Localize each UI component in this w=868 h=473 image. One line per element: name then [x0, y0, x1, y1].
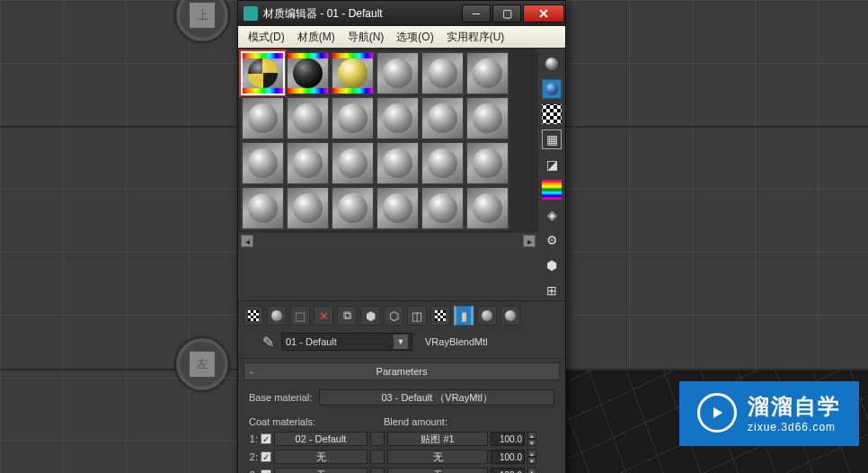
sample-slot[interactable] [376, 141, 420, 185]
base-material-button[interactable]: 03 - Default （VRayMtl） [319, 389, 554, 406]
material-type-button[interactable]: VRayBlendMtl [425, 336, 488, 347]
sample-slot[interactable] [241, 96, 285, 140]
rollout-header[interactable]: - Parameters [244, 362, 560, 380]
sample-slot[interactable] [465, 141, 509, 185]
toolbar: ⬚ ✕ ⧉ ⬢ ⬡ ◫ ▮ [238, 300, 565, 330]
sample-slot[interactable] [331, 96, 375, 140]
material-id-icon[interactable]: ◫ [407, 306, 427, 326]
parameters-rollout: - Parameters Base material: 03 - Default… [238, 358, 565, 473]
sample-slot[interactable] [241, 141, 285, 185]
gradient-icon[interactable] [542, 180, 562, 200]
blend-map-button[interactable]: 无 [387, 468, 488, 473]
sample-slot[interactable] [286, 141, 330, 185]
put-to-scene-icon[interactable] [267, 306, 287, 326]
options-icon[interactable]: ⚙ [542, 230, 562, 250]
coat-enable-checkbox[interactable]: ✓ [261, 433, 271, 444]
sample-slot[interactable] [286, 96, 330, 140]
app-icon [244, 6, 258, 21]
background-icon[interactable] [542, 104, 562, 124]
make-preview-icon[interactable]: ◈ [542, 205, 562, 225]
minimize-button[interactable]: ─ [462, 4, 491, 22]
select-by-material-icon[interactable]: ⬢ [542, 255, 562, 275]
assign-selection-icon[interactable]: ⬚ [290, 306, 310, 326]
delete-icon[interactable]: ✕ [314, 306, 333, 326]
sample-slot[interactable] [241, 186, 285, 230]
sample-slot[interactable] [331, 186, 375, 230]
coat-material-button[interactable]: 02 - Default [274, 432, 368, 446]
coat-row: 2:✓无无100.0▴▾ [247, 449, 556, 465]
coat-enable-checkbox[interactable]: ✓ [261, 451, 271, 462]
row-index: 3: [247, 469, 258, 473]
blend-color-swatch[interactable] [370, 432, 385, 446]
scroll-right-icon[interactable]: ▸ [523, 235, 536, 247]
sample-slot[interactable] [376, 186, 420, 230]
coat-material-button[interactable]: 无 [274, 468, 368, 473]
blend-color-swatch[interactable] [370, 450, 385, 464]
navigator-icon[interactable]: ⊞ [542, 281, 562, 300]
blend-map-button[interactable]: 贴图 #1 [387, 432, 488, 446]
sample-slot[interactable] [331, 141, 375, 185]
backlight-icon[interactable] [542, 79, 562, 99]
menu-mode[interactable]: 模式(D) [242, 26, 291, 48]
side-toolbar: ▦ ◪ ◈ ⚙ ⬢ ⊞ [538, 49, 565, 300]
spinner[interactable]: ▴▾ [527, 468, 536, 473]
sample-slot[interactable] [331, 51, 375, 95]
brand-watermark: 溜溜自学 zixue.3d66.com [679, 381, 859, 446]
go-forward-icon[interactable] [500, 306, 520, 326]
titlebar[interactable]: 材质编辑器 - 01 - Default ─ ▢ [238, 1, 565, 26]
blend-color-swatch[interactable] [370, 468, 385, 473]
row-index: 2: [247, 451, 258, 462]
sample-slot[interactable] [286, 186, 330, 230]
eyedropper-icon[interactable]: ✎ [260, 334, 276, 350]
show-map-icon[interactable] [430, 306, 450, 326]
blend-amount-input[interactable]: 100.0 [491, 468, 525, 473]
sample-slot[interactable] [241, 51, 285, 95]
coat-row: 3:✓无无100.0▴▾ [247, 467, 556, 473]
blend-amount-input[interactable]: 100.0 [491, 432, 525, 446]
coat-enable-checkbox[interactable]: ✓ [261, 469, 271, 473]
sample-slot[interactable] [286, 51, 330, 95]
blend-map-button[interactable]: 无 [387, 450, 488, 464]
sample-slot[interactable] [465, 186, 509, 230]
coat-material-button[interactable]: 无 [274, 450, 368, 464]
video-check-icon[interactable]: ◪ [542, 155, 562, 174]
spinner[interactable]: ▴▾ [527, 450, 536, 464]
slot-scrollbar[interactable]: ◂ ▸ [238, 233, 538, 251]
sample-slot[interactable] [421, 141, 465, 185]
menu-material[interactable]: 材质(M) [291, 26, 341, 48]
dropdown-arrow-icon[interactable]: ▼ [394, 335, 408, 349]
sample-slot[interactable] [421, 96, 465, 140]
sample-slot[interactable] [376, 51, 420, 95]
maximize-button[interactable]: ▢ [492, 4, 521, 22]
menu-options[interactable]: 选项(O) [390, 26, 439, 48]
spinner[interactable]: ▴▾ [527, 432, 536, 446]
blend-amount-input[interactable]: 100.0 [491, 450, 525, 464]
close-button[interactable] [523, 4, 564, 22]
make-unique-icon[interactable]: ⬢ [360, 306, 380, 326]
sample-slot-grid [238, 49, 538, 233]
sample-uv-icon[interactable]: ▦ [542, 129, 562, 149]
menu-utilities[interactable]: 实用程序(U) [440, 26, 511, 48]
sample-type-icon[interactable] [542, 54, 562, 74]
sample-slot[interactable] [465, 96, 509, 140]
scroll-left-icon[interactable]: ◂ [241, 235, 253, 247]
blend-amount-label: Blend amount: [384, 416, 483, 427]
viewcube-top[interactable]: 上 [176, 0, 228, 41]
coat-materials-label: Coat materials: [249, 416, 339, 427]
brand-title: 溜溜自学 [748, 392, 841, 421]
sample-slot[interactable] [376, 96, 420, 140]
base-material-label: Base material: [249, 392, 312, 403]
sample-slot[interactable] [465, 51, 509, 95]
put-library-icon[interactable]: ⬡ [384, 306, 403, 326]
get-material-icon[interactable] [244, 306, 263, 326]
menu-navigate[interactable]: 导航(N) [341, 26, 391, 48]
material-name-dropdown[interactable]: 01 - Default ▼ [281, 333, 412, 351]
show-end-result-icon[interactable]: ▮ [454, 306, 474, 326]
brand-url: zixue.3d66.com [748, 421, 841, 433]
go-parent-icon[interactable] [477, 306, 497, 326]
make-copy-icon[interactable]: ⧉ [337, 306, 357, 326]
viewcube-left[interactable]: 左 [176, 338, 228, 390]
row-index: 1: [247, 433, 258, 444]
sample-slot[interactable] [421, 186, 465, 230]
sample-slot[interactable] [421, 51, 465, 95]
